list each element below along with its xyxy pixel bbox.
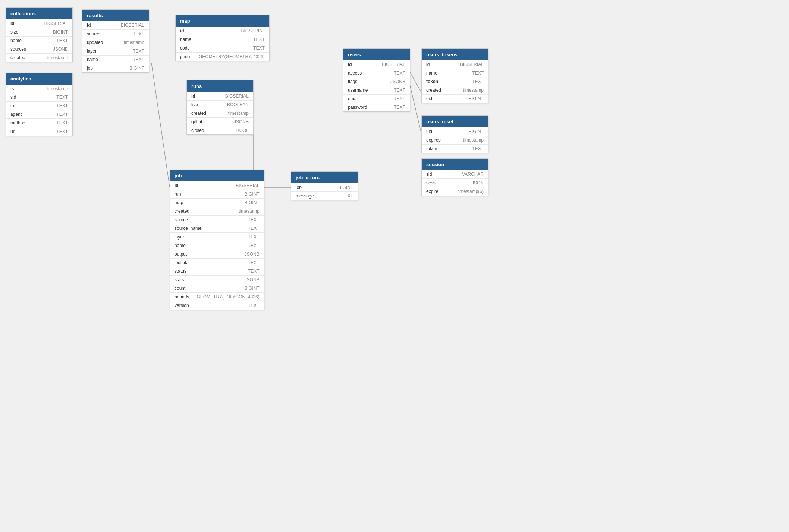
col-type: BIGSERIAL [225, 94, 249, 99]
col-type: BOOL [236, 128, 249, 133]
table-row: statusTEXT [170, 267, 264, 276]
table-users_tokens: users_tokensidBIGSERIALnameTEXTtokenTEXT… [421, 48, 488, 103]
table-row: sizeBIGINT [6, 28, 72, 37]
col-type: TEXT [133, 48, 144, 54]
col-name: stats [175, 277, 184, 282]
col-type: timestamp [124, 40, 144, 45]
col-name: run [175, 191, 181, 197]
table-row: githubJSONB [187, 118, 253, 126]
col-type: JSONB [390, 79, 405, 84]
col-type: JSONB [53, 47, 68, 52]
col-type: TEXT [394, 88, 405, 93]
col-type: timestamp [47, 86, 68, 91]
col-name: uid [426, 129, 432, 134]
table-row: idBIGSERIAL [170, 181, 264, 190]
col-name: output [175, 251, 187, 257]
table-row: countBIGINT [170, 284, 264, 293]
table-row: runBIGINT [170, 190, 264, 199]
col-type: BIGINT [469, 96, 484, 101]
col-type: TEXT [133, 57, 144, 62]
table-job_errors: job_errorsjobBIGINTmessageTEXT [291, 171, 358, 200]
table-row: expiretimestamp(6) [422, 187, 488, 196]
col-name: name [426, 70, 437, 76]
col-type: TEXT [248, 269, 260, 274]
col-type: timestamp [47, 55, 68, 60]
col-name: token [426, 79, 438, 84]
col-type: timestamp [228, 111, 249, 116]
col-name: code [180, 45, 190, 51]
table-row: uidBIGINT [422, 127, 488, 136]
col-type: TEXT [56, 112, 68, 117]
col-type: TEXT [133, 31, 144, 37]
col-type: TEXT [56, 95, 68, 100]
col-name: id [426, 62, 430, 67]
col-type: TEXT [56, 103, 68, 108]
table-row: accessTEXT [343, 69, 410, 77]
table-row: sourcesJSONB [6, 45, 72, 54]
table-row: source_nameTEXT [170, 224, 264, 233]
col-name: created [191, 111, 206, 116]
col-name: username [348, 88, 368, 93]
col-name: sid [10, 95, 16, 100]
table-row: layerTEXT [170, 233, 264, 241]
table-header-job: job [170, 170, 264, 181]
table-row: jobBIGINT [291, 183, 358, 192]
svg-line-0 [151, 63, 170, 187]
table-row: layerTEXT [82, 47, 149, 56]
col-type: TEXT [248, 234, 260, 240]
col-type: TEXT [394, 105, 405, 110]
table-row: nameTEXT [176, 35, 269, 44]
table-header-users_tokens: users_tokens [422, 49, 488, 60]
table-row: liveBOOLEAN [187, 101, 253, 109]
col-name: url [10, 129, 15, 134]
col-name: id [87, 23, 91, 28]
col-name: id [180, 28, 184, 34]
table-row: nameTEXT [6, 37, 72, 45]
table-row: nameTEXT [82, 56, 149, 64]
col-type: BOOLEAN [227, 102, 249, 107]
col-type: TEXT [472, 79, 484, 84]
table-row: createdtimestamp [422, 86, 488, 95]
table-row: methodTEXT [6, 119, 72, 127]
col-type: TEXT [394, 70, 405, 76]
col-type: TEXT [253, 45, 265, 51]
col-name: created [175, 209, 189, 214]
table-header-users_reset: users_reset [422, 116, 488, 127]
col-type: BIGINT [245, 191, 260, 197]
table-row: idBIGSERIAL [176, 27, 269, 35]
table-row: idBIGSERIAL [343, 60, 410, 69]
table-analytics: analyticststimestampsidTEXTipTEXTagentTE… [6, 73, 73, 136]
table-runs: runsidBIGSERIALliveBOOLEANcreatedtimesta… [186, 80, 254, 135]
table-row: sessJSON [422, 179, 488, 187]
col-name: name [175, 243, 186, 248]
col-name: size [10, 29, 18, 35]
table-row: tstimestamp [6, 85, 72, 93]
col-name: status [175, 269, 186, 274]
table-map: mapidBIGSERIALnameTEXTcodeTEXTgeomGEOMET… [175, 15, 270, 61]
col-type: TEXT [253, 37, 265, 42]
table-header-results: results [82, 10, 149, 21]
col-name: email [348, 96, 359, 101]
diagram-container: collectionsidBIGSERIALsizeBIGINTnameTEXT… [0, 0, 789, 532]
table-row: usernameTEXT [343, 86, 410, 95]
col-name: sid [426, 172, 432, 177]
col-type: GEOMETRY(GEOMETRY, 4326) [199, 54, 265, 59]
col-name: live [191, 102, 198, 107]
table-row: idBIGSERIAL [6, 19, 72, 28]
col-name: name [10, 38, 22, 43]
table-row: uidBIGINT [422, 95, 488, 103]
col-type: BIGSERIAL [44, 21, 68, 26]
col-name: bounds [175, 294, 189, 300]
col-name: source_name [175, 226, 202, 231]
col-name: created [10, 55, 25, 60]
col-name: layer [87, 48, 97, 54]
table-header-users: users [343, 49, 410, 60]
col-type: TEXT [248, 217, 260, 222]
col-name: ip [10, 103, 14, 108]
col-type: timestamp [239, 209, 259, 214]
col-name: version [175, 303, 189, 308]
table-header-job_errors: job_errors [291, 172, 358, 183]
table-row: sourceTEXT [82, 30, 149, 38]
col-type: TEXT [56, 120, 68, 126]
table-header-analytics: analytics [6, 73, 72, 85]
